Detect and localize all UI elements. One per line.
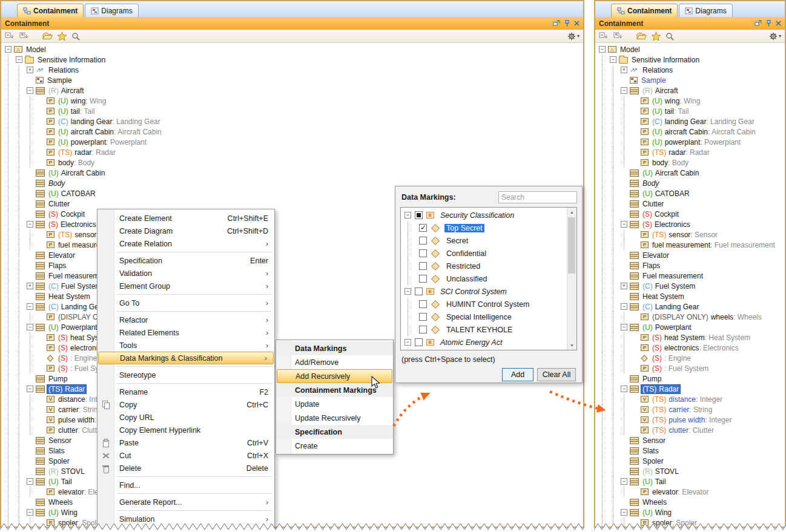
- menu-item-simulation[interactable]: Simulation›: [97, 513, 274, 525]
- tree-item[interactable]: Flaps: [596, 260, 784, 271]
- tree-item[interactable]: −Sensitive Information: [2, 54, 582, 65]
- tree-item[interactable]: V(TS)carrier : String: [596, 404, 784, 415]
- tree-item[interactable]: Pelevator : Elevator: [2, 487, 582, 497]
- tree-item[interactable]: P(U)wing : Wing: [2, 96, 582, 106]
- add-button[interactable]: Add: [502, 368, 533, 381]
- expander-icon[interactable]: +: [27, 67, 33, 73]
- tree-item[interactable]: P(TS)sensor : Sensor: [596, 229, 784, 240]
- menu-item-generate-report[interactable]: Generate Report...›: [97, 496, 274, 508]
- tree-item[interactable]: Sample: [596, 75, 784, 85]
- expander-icon[interactable]: −: [621, 324, 627, 330]
- menu-item-copy-url[interactable]: Copy URL: [97, 411, 274, 424]
- open-folder-icon[interactable]: [636, 32, 647, 40]
- tree-item[interactable]: P(DISPLAY ONLY)wheels : Wheels: [596, 312, 784, 322]
- checkbox[interactable]: [419, 262, 427, 270]
- tree-item[interactable]: −(U)Tail: [2, 476, 582, 487]
- marking-item[interactable]: −ESecurity Classification: [401, 209, 567, 222]
- expander-icon[interactable]: −: [27, 324, 33, 330]
- tree-item[interactable]: Sample: [2, 75, 582, 85]
- tree-item[interactable]: −(U)Powerplant: [596, 322, 784, 332]
- tree-item[interactable]: P(U)powerplant : Powerplant: [596, 137, 784, 147]
- expander-icon[interactable]: −: [610, 56, 616, 63]
- tree-item[interactable]: Pelevator : Elevator: [596, 487, 784, 497]
- menu-item-cut[interactable]: CutCtrl+X: [97, 449, 274, 462]
- expander-icon[interactable]: −: [621, 478, 627, 485]
- expander-icon[interactable]: −: [16, 56, 22, 63]
- tree-item[interactable]: P(TS)radar : Radar: [596, 147, 784, 157]
- checkbox[interactable]: [419, 224, 427, 232]
- tree-item[interactable]: Pbody : Body: [2, 157, 582, 168]
- expander-icon[interactable]: −: [405, 212, 411, 218]
- scrollbar[interactable]: ▲ ▼: [567, 208, 576, 350]
- tree-item[interactable]: −△Model: [2, 44, 582, 54]
- tree-item[interactable]: P(U)aircraft Cabin : Aircraft Cabin: [2, 126, 582, 137]
- scrollbar-thumb[interactable]: [568, 217, 575, 274]
- tree-item[interactable]: Body: [596, 178, 784, 188]
- marking-item[interactable]: Special Intelligence: [401, 310, 567, 323]
- tree-item[interactable]: Pfuel measurement : Fuel measurement: [596, 240, 784, 250]
- menu-item-refactor[interactable]: Refactor›: [97, 314, 274, 326]
- tree-item[interactable]: P(C)landing Gear : Landing Gear: [596, 116, 784, 126]
- tree-item[interactable]: (S) : Engine: [596, 353, 784, 363]
- submenu-item-create[interactable]: Create: [276, 439, 393, 453]
- close-icon[interactable]: [574, 21, 580, 26]
- tree-item-selected[interactable]: −(TS)Radar: [596, 384, 784, 394]
- menu-item-delete[interactable]: DeleteDelete: [97, 462, 274, 475]
- menu-item-data-markings-classification[interactable]: Data Markings & Classification›: [98, 352, 274, 364]
- marking-item[interactable]: Secret: [401, 234, 567, 247]
- float-window-icon[interactable]: [553, 20, 560, 27]
- menu-item-create-element[interactable]: Create ElementCtrl+Shift+E: [97, 212, 274, 225]
- tree-item[interactable]: +↗↗Relations: [2, 65, 582, 75]
- tree-item[interactable]: (U)Aircraft Cabin: [596, 168, 784, 178]
- tree-item[interactable]: P(S) : Fuel System: [596, 363, 784, 373]
- expander-icon[interactable]: −: [5, 46, 12, 53]
- marking-item[interactable]: [401, 349, 567, 350]
- pin-icon[interactable]: [564, 20, 570, 27]
- expander-icon[interactable]: −: [27, 221, 33, 228]
- pin-icon[interactable]: [766, 20, 771, 27]
- tree-item[interactable]: −(R)Aircraft: [596, 85, 784, 96]
- checkbox[interactable]: [419, 326, 427, 333]
- tree-item[interactable]: −(U)Wing: [2, 507, 582, 517]
- tree-item[interactable]: Spoler: [2, 456, 582, 466]
- tree-item[interactable]: (U)Aircraft Cabin: [2, 168, 582, 178]
- menu-item-validation[interactable]: Validation›: [97, 267, 274, 280]
- tree-item[interactable]: Spoler: [596, 456, 784, 466]
- submenu-item-add-remove[interactable]: Add/Remove: [276, 355, 393, 369]
- marking-item[interactable]: Restricted: [401, 260, 567, 272]
- marking-item[interactable]: −EAtomic Energy Act: [401, 336, 567, 349]
- tree-item[interactable]: +(C)Fuel System: [596, 281, 784, 291]
- tree-item[interactable]: Elevator: [596, 250, 784, 260]
- tab-diagrams[interactable]: Diagrams: [85, 4, 138, 17]
- tree-item[interactable]: P(C)landing Gear : Landing Gear: [2, 116, 582, 126]
- tree-item[interactable]: −(U)Wing: [596, 507, 784, 517]
- submenu-item-add-recursively[interactable]: Add Recursively: [277, 369, 392, 383]
- tree-item[interactable]: −(S)Electronics: [596, 219, 784, 229]
- open-folder-icon[interactable]: [42, 32, 53, 40]
- tree-item[interactable]: −(C)Landing Gear: [596, 301, 784, 312]
- collapse-selected-icon[interactable]: [613, 32, 623, 41]
- tree-item[interactable]: Pspoler : Spoler: [2, 517, 582, 527]
- checkbox[interactable]: [415, 211, 423, 219]
- expander-icon[interactable]: −: [405, 288, 411, 295]
- scroll-down-icon[interactable]: ▼: [567, 341, 576, 350]
- gear-caret-icon[interactable]: ▾: [779, 33, 781, 39]
- menu-item-specification[interactable]: SpecificationEnter: [97, 254, 274, 267]
- tree-item[interactable]: Heat System: [596, 291, 784, 301]
- expander-icon[interactable]: +: [621, 283, 627, 289]
- tree-item[interactable]: Slats: [596, 445, 784, 456]
- tree-item[interactable]: P(U)tail : Tail: [596, 106, 784, 116]
- menu-item-stereotype[interactable]: Stereotype: [97, 369, 274, 381]
- checkbox[interactable]: [419, 300, 427, 308]
- menu-item-go-to[interactable]: Go To›: [97, 297, 274, 309]
- tree-item[interactable]: P(S)electronics : Electronics: [596, 343, 784, 353]
- submenu-item-update-recursively[interactable]: Update Recursively: [276, 411, 393, 425]
- marking-item[interactable]: −ESCI Control System: [401, 285, 567, 298]
- expander-icon[interactable]: +: [27, 283, 33, 289]
- menu-item-copy-element-hyperlink[interactable]: Copy Element Hyperlink: [97, 424, 274, 436]
- collapse-all-icon[interactable]: [5, 32, 15, 41]
- tab-containment[interactable]: Containment: [17, 4, 84, 17]
- expander-icon[interactable]: −: [621, 509, 627, 516]
- tree-item[interactable]: (U)CATOBAR: [596, 188, 784, 199]
- float-window-icon[interactable]: [755, 20, 762, 27]
